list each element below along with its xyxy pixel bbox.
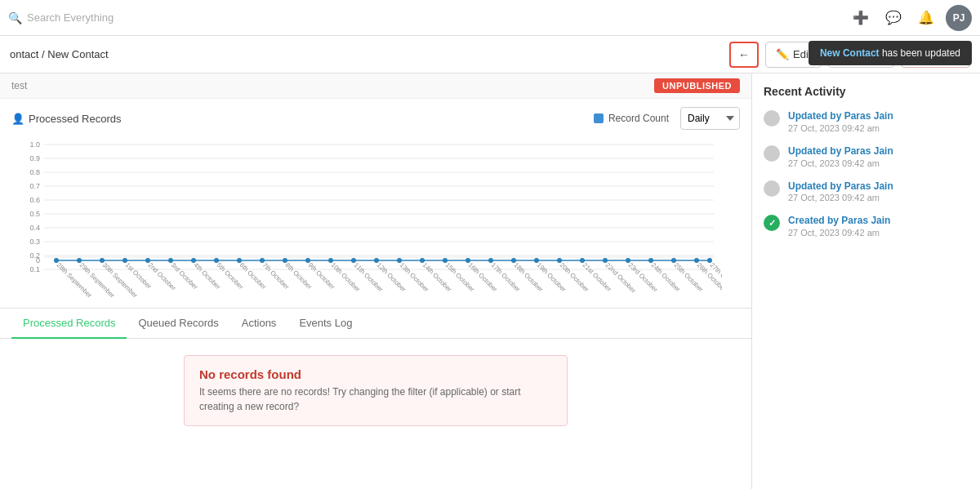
tab-actions[interactable]: Actions [230,309,288,339]
daily-dropdown[interactable]: Daily Weekly Monthly [680,107,740,130]
svg-text:1.0: 1.0 [29,140,40,149]
svg-point-36 [374,258,379,263]
avatar[interactable]: PJ [946,5,972,31]
left-content: test UNPUBLISHED 👤 Processed Records Rec… [0,73,751,489]
activity-icon [764,180,780,197]
activity-actor: Updated by Paras Jain [788,180,893,192]
tabs-bar: Processed Records Queued Records Actions… [0,309,751,339]
chart-area: 👤 Processed Records Record Count Daily W… [0,99,751,309]
search-icon: 🔍 [8,11,22,24]
bell-icon-button[interactable]: 🔔 [913,5,939,31]
svg-point-40 [466,258,470,263]
activity-icon [764,110,780,127]
svg-point-49 [671,258,676,263]
activity-icon [764,215,780,231]
status-label: test [11,80,27,91]
activity-actor: Updated by Paras Jain [788,110,893,122]
chat-icon-button[interactable]: 💬 [880,5,906,31]
svg-point-23 [77,258,82,263]
bell-icon: 🔔 [918,10,934,25]
activity-time: 27 Oct, 2023 09:42 am [788,193,893,202]
svg-text:0: 0 [36,256,40,265]
svg-point-42 [511,258,516,263]
svg-point-34 [328,258,333,263]
svg-point-27 [168,258,173,263]
activity-item: Updated by Paras Jain27 Oct, 2023 09:42 … [764,109,969,133]
activity-time: 27 Oct, 2023 09:42 am [788,158,893,168]
svg-text:0.9: 0.9 [29,154,40,162]
svg-point-26 [145,258,150,263]
svg-point-22 [54,258,59,263]
svg-point-50 [694,258,699,263]
svg-point-24 [100,258,105,263]
activity-text: Created by Paras Jain27 Oct, 2023 09:42 … [788,214,890,238]
search-placeholder: Search Everything [27,11,114,24]
chart-header: 👤 Processed Records Record Count Daily W… [11,107,740,130]
activity-text: Updated by Paras Jain27 Oct, 2023 09:42 … [788,144,893,168]
tab-processed-records[interactable]: Processed Records [11,309,127,339]
svg-point-25 [122,258,127,263]
svg-point-46 [603,258,608,263]
status-bar: test UNPUBLISHED [0,73,751,99]
sidebar-title: Recent Activity [764,85,969,98]
svg-point-44 [557,258,562,263]
chart-svg: 1.0 0.9 0.8 0.7 0.6 0.5 0.4 0.3 0.2 0.1 … [11,136,740,300]
no-records-description: It seems there are no records! Try chang… [199,385,552,414]
toast-link[interactable]: New Contact [820,47,880,59]
activity-item: Updated by Paras Jain27 Oct, 2023 09:42 … [764,144,969,168]
back-button[interactable]: ← [729,42,759,68]
svg-point-37 [397,258,402,263]
no-records-area: No records found It seems there are no r… [0,339,751,442]
search-area: 🔍 Search Everything [8,11,848,24]
chart-title: 👤 Processed Records [11,113,121,125]
topbar: 🔍 Search Everything ➕ 💬 🔔 PJ New Contact… [0,0,980,36]
topbar-icons: ➕ 💬 🔔 PJ New Contact has been updated [848,5,972,31]
svg-point-51 [707,258,712,263]
svg-point-30 [237,258,242,263]
svg-text:0.1: 0.1 [29,265,40,273]
svg-text:0.3: 0.3 [29,238,40,246]
svg-point-41 [488,258,493,263]
svg-point-47 [626,258,630,263]
svg-text:0.7: 0.7 [29,182,40,190]
svg-point-38 [420,258,425,263]
unpublished-badge: UNPUBLISHED [654,78,740,93]
main-layout: test UNPUBLISHED 👤 Processed Records Rec… [0,73,980,489]
activity-actor: Created by Paras Jain [788,215,890,226]
svg-text:0.8: 0.8 [29,168,40,176]
edit-icon: ✏️ [776,48,789,60]
tab-events-log[interactable]: Events Log [287,309,363,339]
activity-item: Created by Paras Jain27 Oct, 2023 09:42 … [764,214,969,238]
chart-legend: Record Count [594,113,669,124]
tab-queued-records[interactable]: Queued Records [127,309,229,339]
svg-point-48 [648,258,653,263]
svg-point-29 [214,258,219,263]
activity-time: 27 Oct, 2023 09:42 am [788,228,890,238]
svg-point-39 [443,258,448,263]
activity-icon [764,145,780,162]
svg-point-28 [191,258,196,263]
svg-text:0.5: 0.5 [29,210,40,218]
svg-point-35 [351,258,356,263]
svg-point-32 [283,258,287,263]
activity-item: Updated by Paras Jain27 Oct, 2023 09:42 … [764,180,969,203]
person-icon: 👤 [11,113,24,125]
breadcrumb: ontact / New Contact [10,48,723,60]
svg-point-31 [260,258,265,263]
svg-point-45 [580,258,585,263]
plus-icon-button[interactable]: ➕ [848,5,874,31]
activity-time: 27 Oct, 2023 09:42 am [788,123,893,133]
svg-point-33 [305,258,310,263]
activity-list: Updated by Paras Jain27 Oct, 2023 09:42 … [764,109,969,238]
activity-text: Updated by Paras Jain27 Oct, 2023 09:42 … [788,109,893,133]
svg-point-43 [534,258,539,263]
no-records-box: No records found It seems there are no r… [184,355,568,426]
right-sidebar: Recent Activity Updated by Paras Jain27 … [751,73,980,489]
svg-text:0.6: 0.6 [29,196,40,204]
no-records-title: No records found [199,367,552,381]
legend-dot [594,113,604,123]
activity-text: Updated by Paras Jain27 Oct, 2023 09:42 … [788,180,893,203]
notification-toast: New Contact has been updated [808,41,972,65]
svg-text:0.4: 0.4 [29,224,40,232]
activity-actor: Updated by Paras Jain [788,145,893,157]
